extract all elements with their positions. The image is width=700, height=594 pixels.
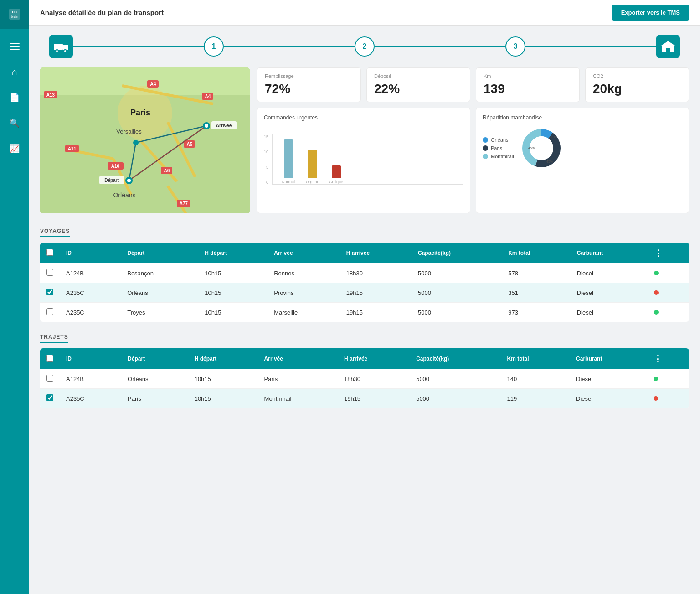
voyages-row-km-0: 578 xyxy=(502,263,571,283)
trajets-row-id-1: A235C xyxy=(60,389,121,408)
svg-point-5 xyxy=(56,50,58,52)
export-button[interactable]: Exporter vers le TMS xyxy=(612,5,689,21)
voyages-select-all-checkbox[interactable] xyxy=(46,249,53,256)
svg-text:A10: A10 xyxy=(111,164,120,169)
sidebar-item-document[interactable]: 📄 xyxy=(4,87,26,108)
trajets-row-carburant-1: Diesel xyxy=(570,389,647,408)
timeline-truck-icon xyxy=(49,35,73,58)
main-content: Analyse détaillée du plan de transport E… xyxy=(29,0,700,594)
voyages-row-depart-2: Troyes xyxy=(121,303,198,322)
voyages-row-harrivee-0: 18h30 xyxy=(340,263,412,283)
voyages-status-dot-0 xyxy=(654,271,659,275)
trajets-more-button[interactable]: ⋮ xyxy=(654,354,662,364)
svg-point-6 xyxy=(64,50,67,52)
voyages-row-status-1 xyxy=(648,283,689,303)
trajets-row-depart-0: Orléans xyxy=(121,369,188,389)
svg-text:A13: A13 xyxy=(46,93,55,98)
paris-label: Paris xyxy=(491,145,502,151)
sidebar-item-chart[interactable]: 📈 xyxy=(4,138,26,160)
sidebar-item-search[interactable]: 🔍 xyxy=(4,112,26,134)
montmirail-dot xyxy=(483,154,488,159)
voyages-row-carburant-0: Diesel xyxy=(571,263,648,283)
trajets-row-hdepart-0: 10h15 xyxy=(188,369,258,389)
voyages-row-status-0 xyxy=(648,263,689,283)
content-area: 1 2 3 xyxy=(29,26,700,594)
trajets-row-status-0 xyxy=(647,369,689,389)
voyages-row-checkbox-1[interactable] xyxy=(46,289,53,295)
sidebar-item-home[interactable]: ⌂ xyxy=(4,61,26,83)
remplissage-value: 72% xyxy=(265,82,353,96)
voyages-table: ID Départ H départ Arrivée H arrivée Cap… xyxy=(40,243,689,322)
trajets-col-hdepart: H départ xyxy=(188,348,258,369)
voyages-col-id: ID xyxy=(60,243,121,263)
sidebar-logo[interactable]: DC brain xyxy=(0,0,29,29)
trajets-header-row: ID Départ H départ Arrivée H arrivée Cap… xyxy=(40,348,689,369)
voyages-col-capacite: Capacité(kg) xyxy=(412,243,502,263)
sidebar-menu-toggle[interactable] xyxy=(4,36,26,57)
trajets-tbody: A124B Orléans 10h15 Paris 18h30 5000 140… xyxy=(40,369,689,408)
trajets-col-km: Km total xyxy=(501,348,570,369)
trajets-col-id: ID xyxy=(60,348,121,369)
charts-row: Commandes urgentes 15 10 5 0 xyxy=(257,108,689,213)
voyages-row-checkbox-2[interactable] xyxy=(46,308,53,315)
voyages-row-depart-0: Besançon xyxy=(121,263,198,283)
trajets-row-id-0: A124B xyxy=(60,369,121,389)
voyages-row-capacite-0: 5000 xyxy=(412,263,502,283)
home-icon: ⌂ xyxy=(12,67,17,77)
svg-rect-3 xyxy=(54,44,63,50)
trajets-row-checkbox-1[interactable] xyxy=(46,394,53,401)
montmirail-label: Montmirail xyxy=(491,154,514,159)
voyages-row-id-2: A235C xyxy=(60,303,121,322)
trajets-select-all-checkbox[interactable] xyxy=(46,355,53,362)
svg-text:45%: 45% xyxy=(546,160,553,163)
trajets-row-0: A124B Orléans 10h15 Paris 18h30 5000 140… xyxy=(40,369,689,389)
voyages-row-harrivee-1: 19h15 xyxy=(340,283,412,303)
svg-text:Orléans: Orléans xyxy=(113,191,135,199)
map-stats-section: A13 A4 A4 A5 A6 A11 xyxy=(40,67,689,213)
voyages-row-hdepart-2: 10h15 xyxy=(198,303,268,322)
remplissage-label: Remplissage xyxy=(265,73,353,79)
trajets-col-depart: Départ xyxy=(121,348,188,369)
donut-legend: Orléans Paris Montmirail xyxy=(483,137,514,159)
trajets-row-1: A235C Paris 10h15 Montmirail 19h15 5000 … xyxy=(40,389,689,408)
voyages-col-arrivee: Arrivée xyxy=(268,243,340,263)
voyages-row-harrivee-2: 19h15 xyxy=(340,303,412,322)
voyages-row-checkbox-cell-2 xyxy=(40,303,60,322)
voyages-tab[interactable]: VOYAGES xyxy=(40,228,70,237)
voyages-row-checkbox-0[interactable] xyxy=(46,269,53,276)
voyages-row-checkbox-cell-0 xyxy=(40,263,60,283)
co2-label: CO2 xyxy=(593,73,681,79)
voyages-row-carburant-1: Diesel xyxy=(571,283,648,303)
trajets-tab[interactable]: TRAJETS xyxy=(40,334,68,343)
timeline-node-3: 3 xyxy=(505,36,525,57)
trajets-col-more: ⋮ xyxy=(647,348,689,369)
trajets-status-dot-1 xyxy=(654,396,658,401)
trajets-row-status-1 xyxy=(647,389,689,408)
voyages-select-all-header xyxy=(40,243,60,263)
sidebar-navigation: ⌂ 📄 🔍 📈 xyxy=(0,29,29,160)
trajets-row-checkbox-cell-1 xyxy=(40,389,60,408)
timeline-line-3 xyxy=(375,46,505,47)
voyages-more-button[interactable]: ⋮ xyxy=(654,248,662,258)
paris-dot xyxy=(483,145,488,151)
voyages-col-km: Km total xyxy=(502,243,571,263)
bar-critique-label: Critique xyxy=(329,180,343,184)
km-label: Km xyxy=(484,73,572,79)
trajets-row-capacite-1: 5000 xyxy=(410,389,500,408)
voyages-col-harrivee: H arrivée xyxy=(340,243,412,263)
voyages-row-hdepart-1: 10h15 xyxy=(198,283,268,303)
chart-icon: 📈 xyxy=(10,144,20,154)
svg-text:A6: A6 xyxy=(164,168,170,173)
depose-label: Déposé xyxy=(374,73,463,79)
commandes-chart: Commandes urgentes 15 10 5 0 xyxy=(257,108,470,213)
voyages-row-capacite-1: 5000 xyxy=(412,283,502,303)
svg-text:A5: A5 xyxy=(187,142,193,147)
svg-point-40 xyxy=(133,140,139,145)
trajets-col-harrivee: H arrivée xyxy=(338,348,410,369)
commandes-chart-title: Commandes urgentes xyxy=(264,114,463,121)
trajets-row-checkbox-0[interactable] xyxy=(46,375,53,382)
header: Analyse détaillée du plan de transport E… xyxy=(29,0,700,26)
trajets-status-dot-0 xyxy=(654,377,658,381)
voyages-tbody: A124B Besançon 10h15 Rennes 18h30 5000 5… xyxy=(40,263,689,322)
trajets-col-carburant: Carburant xyxy=(570,348,647,369)
